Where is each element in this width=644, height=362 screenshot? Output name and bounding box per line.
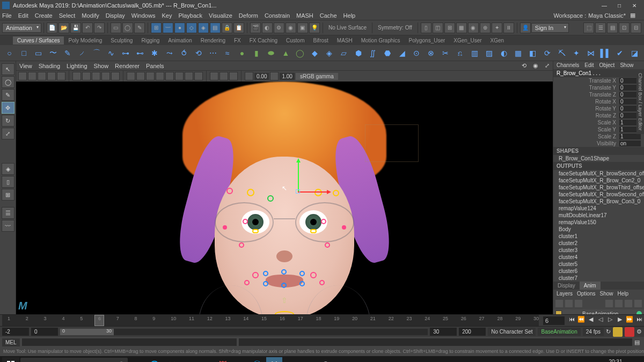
toggle-icon-2[interactable]: ⊕ bbox=[480, 23, 491, 33]
layer-move-down-icon[interactable] bbox=[615, 300, 623, 307]
fillet-icon[interactable]: ◪ bbox=[628, 46, 641, 60]
cb-lower-tab-anim[interactable]: Anim bbox=[580, 282, 601, 290]
layer-key-icon[interactable] bbox=[565, 300, 573, 307]
snap-grid-icon[interactable]: ⊞ bbox=[151, 23, 162, 33]
play-back-icon[interactable]: ◁ bbox=[596, 316, 605, 326]
range-end-field[interactable]: 30 bbox=[430, 328, 457, 336]
cb-output-node[interactable]: cluster2 bbox=[553, 240, 644, 247]
skype-icon[interactable]: Ⓢ bbox=[249, 357, 265, 362]
lower-lip-l[interactable] bbox=[263, 281, 268, 286]
eye-control-l[interactable] bbox=[243, 219, 248, 224]
revolve-icon[interactable]: ◆ bbox=[308, 46, 321, 60]
panel-renderer[interactable]: Renderer bbox=[115, 63, 140, 69]
layer-mode-icon[interactable] bbox=[555, 300, 563, 307]
tool-settings-icon[interactable]: ⊡ bbox=[619, 23, 630, 33]
image-plane-icon[interactable] bbox=[38, 72, 46, 80]
detach-surf-icon[interactable]: ▨ bbox=[482, 46, 496, 60]
minimize-button[interactable]: — bbox=[597, 3, 612, 9]
workspace-options-icon[interactable]: ▦ bbox=[630, 12, 635, 19]
shelf-tab-curves[interactable]: Curves / Surfaces bbox=[13, 36, 64, 45]
task-view-icon[interactable]: ⊞ bbox=[129, 357, 145, 362]
cb-output-node[interactable]: faceSetupMultX_R_browThird_offset1... bbox=[553, 184, 644, 191]
cb-output-node[interactable]: remapValue124 bbox=[553, 205, 644, 212]
modeling-toolkit-icon[interactable]: ⬚ bbox=[583, 23, 594, 33]
construction-history-icon[interactable]: 📋 bbox=[233, 23, 244, 33]
rebuild-curve-icon[interactable]: ⟲ bbox=[192, 46, 205, 60]
layer-new-empty-icon[interactable] bbox=[625, 300, 632, 307]
grease-pencil-icon[interactable] bbox=[57, 72, 65, 80]
cb-output-node[interactable]: cluster4 bbox=[553, 254, 644, 261]
new-scene-icon[interactable]: 📄 bbox=[47, 23, 57, 33]
cb-menu-edit[interactable]: Edit bbox=[584, 62, 594, 68]
anim-layer-dropdown[interactable]: BaseAnimation bbox=[538, 328, 580, 336]
mouth-corner-r[interactable] bbox=[310, 272, 317, 278]
ipr-icon[interactable]: ◐ bbox=[262, 23, 273, 33]
panel-view[interactable]: View bbox=[19, 63, 32, 69]
panel-lighting[interactable]: Lighting bbox=[67, 63, 87, 69]
layer-zero-icon[interactable] bbox=[575, 300, 582, 307]
cb-menu-channels[interactable]: Channels bbox=[557, 62, 579, 68]
edge-icon[interactable]: 🌐 bbox=[146, 357, 162, 362]
bevel-icon[interactable]: ◢ bbox=[396, 46, 409, 60]
graph-editor-toggle[interactable]: 〰 bbox=[2, 220, 14, 232]
character-set-dropdown[interactable]: No Character Set bbox=[488, 328, 536, 336]
shelf-tab-custom[interactable]: Custom bbox=[282, 36, 309, 45]
cb-attr-row[interactable]: Rotate Y0 bbox=[553, 105, 644, 112]
panel-shading[interactable]: Shading bbox=[39, 63, 60, 69]
scale-tool[interactable]: ⤢ bbox=[2, 128, 14, 139]
menu-deform[interactable]: Deform bbox=[239, 12, 258, 19]
select-tool[interactable]: ↖ bbox=[2, 63, 14, 75]
current-frame-field[interactable]: 6 bbox=[543, 316, 565, 325]
menu-help[interactable]: Help bbox=[343, 12, 356, 19]
cb-attr-row[interactable]: Rotate Z0 bbox=[553, 112, 644, 119]
render-settings-icon[interactable]: ⚙ bbox=[274, 23, 284, 33]
redo-icon[interactable]: ↷ bbox=[94, 23, 105, 33]
viewport[interactable]: ⇧ ↖ M bbox=[16, 82, 553, 314]
color-management-dropdown[interactable]: sRGB gamma bbox=[296, 73, 338, 80]
obs-icon[interactable]: ◯ bbox=[318, 357, 334, 362]
wireframe-icon[interactable] bbox=[127, 72, 135, 80]
film-gate-icon[interactable] bbox=[82, 72, 91, 80]
lower-lip-m[interactable] bbox=[281, 283, 287, 288]
jaw-l[interactable] bbox=[244, 280, 250, 285]
anti-alias-icon[interactable] bbox=[194, 72, 203, 80]
eye-control-r[interactable] bbox=[321, 219, 326, 224]
use-lights-icon[interactable] bbox=[156, 72, 164, 80]
shelf-tab-xgenuser[interactable]: XGen_User bbox=[449, 36, 486, 45]
chrome-icon[interactable]: ◉ bbox=[283, 357, 299, 362]
attribute-editor-icon[interactable]: ▤ bbox=[607, 23, 618, 33]
add-points-icon[interactable]: ⋯ bbox=[206, 46, 219, 60]
attach-surf-icon[interactable]: ▥ bbox=[468, 46, 481, 60]
time-slider[interactable]: 1234567891011121314151617181920212223242… bbox=[0, 314, 644, 326]
menu-cache[interactable]: Cache bbox=[320, 12, 337, 19]
ep-curve-icon[interactable]: 〜 bbox=[46, 46, 60, 60]
jaw-r[interactable] bbox=[319, 280, 325, 285]
open-scene-icon[interactable]: 📂 bbox=[58, 23, 69, 33]
curve-edit-icon[interactable]: ∿ bbox=[105, 46, 118, 60]
rebuild-surf-icon[interactable]: ⟳ bbox=[540, 46, 554, 60]
nurbs-sphere-icon[interactable]: ● bbox=[236, 46, 249, 60]
fps-dropdown[interactable]: 24 fps bbox=[583, 328, 604, 336]
arc-icon[interactable]: ⌒ bbox=[90, 46, 104, 60]
maximize-button[interactable]: □ bbox=[612, 3, 627, 9]
curve-tool-icon[interactable]: ≈ bbox=[221, 46, 234, 60]
go-to-end-icon[interactable]: ⏭ bbox=[634, 316, 644, 326]
shelf-tab-bifrost[interactable]: Bifrost bbox=[309, 36, 332, 45]
cb-output-node[interactable]: cluster7 bbox=[553, 275, 644, 282]
cb-attr-row[interactable]: Rotate X0 bbox=[553, 98, 644, 105]
camera-select-icon[interactable] bbox=[18, 72, 27, 80]
gate-mask-icon[interactable] bbox=[101, 72, 110, 80]
auto-key-toggle[interactable] bbox=[613, 327, 623, 337]
panel-layout-icon-2[interactable]: ◫ bbox=[433, 23, 443, 33]
light-editor-icon[interactable]: 💡 bbox=[309, 23, 320, 33]
menu-mash[interactable]: MASH bbox=[296, 12, 313, 19]
lasso-tool[interactable]: ◯ bbox=[2, 76, 14, 88]
cb-output-node[interactable]: cluster6 bbox=[553, 268, 644, 275]
cb-output-node[interactable]: faceSetupMultX_R_Brow_Con2_0 bbox=[553, 177, 644, 184]
cb-output-node[interactable]: cluster5 bbox=[553, 261, 644, 268]
photos-icon[interactable]: 🖼 bbox=[215, 357, 231, 362]
brow-control-l[interactable] bbox=[247, 189, 254, 196]
layer-move-up-icon[interactable] bbox=[605, 300, 613, 307]
menu-key[interactable]: Key bbox=[162, 12, 172, 19]
layout-four[interactable]: ⊞ bbox=[2, 189, 14, 201]
